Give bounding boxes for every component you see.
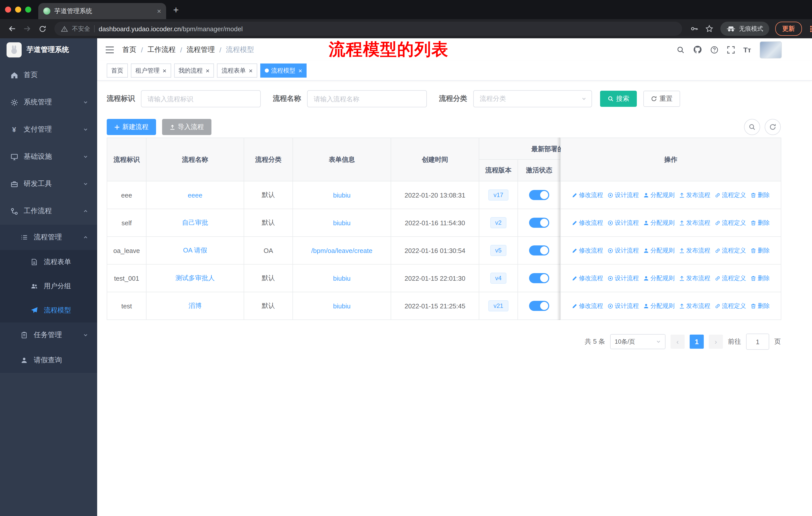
tab-close-icon[interactable]: ×	[157, 7, 161, 15]
publish-process-link[interactable]: 发布流程	[679, 218, 710, 227]
active-toggle[interactable]	[529, 245, 549, 255]
breadcrumb-item[interactable]: 首页	[122, 45, 137, 54]
process-definition-link[interactable]: 流程定义	[715, 302, 746, 310]
help-icon[interactable]	[710, 46, 718, 54]
view-tag[interactable]: 流程模型 ×	[260, 63, 307, 78]
delete-process-link[interactable]: 删除	[751, 246, 770, 255]
process-name-link[interactable]: OA 请假	[183, 246, 207, 254]
publish-process-link[interactable]: 发布流程	[679, 246, 710, 255]
active-toggle[interactable]	[529, 218, 549, 228]
sidebar-collapse-icon[interactable]	[105, 46, 114, 53]
assign-rules-link[interactable]: 分配规则	[643, 246, 674, 255]
sidebar-item-home[interactable]: 首页	[0, 61, 97, 89]
tag-close-icon[interactable]: ×	[206, 67, 209, 74]
form-info-link[interactable]: biubiu	[333, 219, 350, 226]
process-definition-link[interactable]: 流程定义	[715, 191, 746, 199]
font-size-icon[interactable]: Tт	[743, 46, 751, 54]
form-info-link[interactable]: biubiu	[333, 274, 350, 282]
sidebar-item-process-management[interactable]: 流程管理	[0, 225, 97, 250]
sidebar-item-process-form[interactable]: 流程表单	[0, 250, 97, 274]
goto-page-input[interactable]	[746, 333, 769, 350]
minimize-window-button[interactable]	[15, 6, 21, 12]
security-label[interactable]: 不安全	[72, 24, 90, 33]
process-name-link[interactable]: 滔博	[188, 302, 202, 309]
active-toggle[interactable]	[529, 301, 549, 311]
sidebar-item-payment[interactable]: ¥ 支付管理	[0, 116, 97, 143]
process-name-link[interactable]: 自己审批	[182, 219, 208, 226]
search-icon[interactable]	[676, 46, 685, 54]
design-process-link[interactable]: 设计流程	[608, 274, 639, 282]
tag-close-icon[interactable]: ×	[249, 67, 253, 74]
delete-process-link[interactable]: 删除	[751, 191, 770, 199]
search-button[interactable]: 搜索	[600, 91, 637, 107]
category-select[interactable]: 流程分类	[473, 90, 592, 107]
process-name-input[interactable]	[307, 90, 427, 107]
sidebar-item-system[interactable]: 系统管理	[0, 89, 97, 116]
form-info-link[interactable]: biubiu	[333, 302, 350, 310]
refresh-table-button[interactable]	[765, 119, 781, 135]
form-info-link[interactable]: /bpm/oa/leave/create	[311, 247, 373, 254]
sidebar-item-task-management[interactable]: 任务管理	[0, 323, 97, 348]
back-button[interactable]	[5, 22, 19, 36]
reset-button[interactable]: 重置	[643, 91, 680, 107]
process-id-input[interactable]	[141, 90, 261, 107]
forward-button[interactable]	[20, 22, 34, 36]
sidebar-item-infrastructure[interactable]: 基础设施	[0, 143, 97, 170]
password-key-icon[interactable]	[687, 22, 701, 36]
active-toggle[interactable]	[529, 190, 549, 200]
reload-button[interactable]	[35, 22, 49, 36]
new-tab-button[interactable]: +	[173, 5, 179, 15]
chrome-update-button[interactable]: 更新	[775, 22, 802, 36]
design-process-link[interactable]: 设计流程	[608, 191, 639, 199]
process-name-link[interactable]: eeee	[188, 191, 202, 199]
sidebar-item-leave-query[interactable]: 请假查询	[0, 348, 97, 373]
design-process-link[interactable]: 设计流程	[608, 246, 639, 255]
sidebar-item-devtools[interactable]: 研发工具	[0, 170, 97, 197]
github-icon[interactable]	[693, 45, 701, 54]
breadcrumb-item[interactable]: 工作流程	[147, 45, 176, 54]
browser-menu-icon[interactable]: ⋮	[805, 24, 812, 33]
prev-page-button[interactable]: ‹	[671, 334, 685, 349]
process-definition-link[interactable]: 流程定义	[715, 218, 746, 227]
breadcrumb-item[interactable]: 流程管理	[187, 45, 215, 54]
tag-close-icon[interactable]: ×	[298, 67, 302, 74]
user-avatar[interactable]	[760, 41, 782, 58]
toggle-search-button[interactable]	[744, 119, 760, 135]
close-window-button[interactable]	[5, 6, 11, 12]
create-process-button[interactable]: 新建流程	[107, 119, 156, 135]
view-tag[interactable]: 租户管理 ×	[131, 63, 171, 78]
active-toggle[interactable]	[529, 273, 549, 283]
browser-tab[interactable]: 芋道管理系统 ×	[38, 3, 166, 19]
form-info-link[interactable]: biubiu	[333, 191, 350, 199]
page-number-button[interactable]: 1	[690, 334, 704, 349]
assign-rules-link[interactable]: 分配规则	[643, 218, 674, 227]
fullscreen-icon[interactable]	[727, 46, 735, 54]
assign-rules-link[interactable]: 分配规则	[643, 302, 674, 310]
page-size-select[interactable]: 10条/页	[610, 334, 666, 349]
delete-process-link[interactable]: 删除	[751, 218, 770, 227]
zoom-window-button[interactable]	[25, 6, 31, 12]
publish-process-link[interactable]: 发布流程	[679, 274, 710, 282]
modify-process-link[interactable]: 修改流程	[572, 218, 603, 227]
process-definition-link[interactable]: 流程定义	[715, 274, 746, 282]
publish-process-link[interactable]: 发布流程	[679, 191, 710, 199]
design-process-link[interactable]: 设计流程	[608, 218, 639, 227]
modify-process-link[interactable]: 修改流程	[572, 191, 603, 199]
sidebar-item-user-group[interactable]: 用户分组	[0, 274, 97, 298]
sidebar-item-process-model[interactable]: 流程模型	[0, 298, 97, 323]
delete-process-link[interactable]: 删除	[751, 302, 770, 310]
modify-process-link[interactable]: 修改流程	[572, 302, 603, 310]
view-tag[interactable]: 流程表单 ×	[217, 63, 257, 78]
modify-process-link[interactable]: 修改流程	[572, 246, 603, 255]
sidebar-item-workflow[interactable]: 工作流程	[0, 197, 97, 225]
assign-rules-link[interactable]: 分配规则	[643, 191, 674, 199]
publish-process-link[interactable]: 发布流程	[679, 302, 710, 310]
url-bar[interactable]: 不安全 dashboard.yudao.iocoder.cn/bpm/manag…	[54, 22, 682, 36]
assign-rules-link[interactable]: 分配规则	[643, 274, 674, 282]
delete-process-link[interactable]: 删除	[751, 274, 770, 282]
import-process-button[interactable]: 导入流程	[162, 119, 211, 135]
incognito-badge[interactable]: 无痕模式	[720, 22, 769, 36]
view-tag[interactable]: 我的流程 ×	[174, 63, 214, 78]
process-definition-link[interactable]: 流程定义	[715, 246, 746, 255]
next-page-button[interactable]: ›	[709, 334, 723, 349]
